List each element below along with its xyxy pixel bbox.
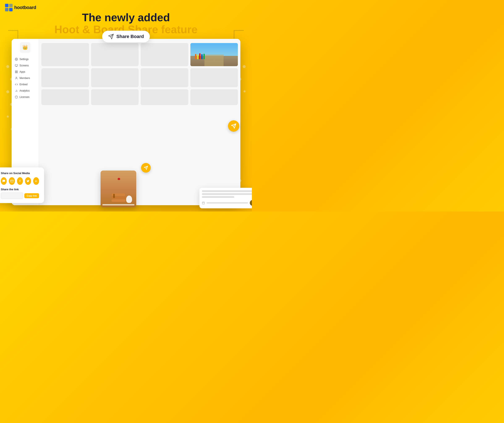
circle-info-icon (15, 96, 18, 98)
svg-rect-29 (202, 202, 205, 204)
second-content-card (199, 188, 252, 208)
social-icons-row: f in (1, 177, 39, 185)
card-placeholder-10 (141, 89, 188, 105)
monitor-icon (15, 64, 18, 67)
share-twitter-button[interactable] (25, 177, 31, 185)
brand-name: hootboard (14, 5, 36, 10)
social-share-card: Share on Social Media f in (0, 167, 44, 203)
card-cycling-image (190, 43, 238, 66)
sidebar-item-settings[interactable]: Settings (12, 56, 39, 62)
svg-point-10 (16, 59, 17, 60)
send-icon (108, 34, 114, 39)
card-placeholder-3 (141, 43, 188, 66)
card-placeholder-6 (141, 68, 188, 87)
card-bottom-row (202, 200, 252, 206)
content-line-2 (202, 193, 252, 195)
card-placeholder-11 (190, 89, 238, 105)
svg-rect-11 (15, 65, 18, 66)
chart-icon (15, 89, 18, 92)
float-share-button-large[interactable] (228, 120, 239, 132)
code-icon (15, 83, 18, 86)
svg-rect-16 (15, 72, 16, 73)
svg-rect-0 (5, 4, 8, 7)
share-board-label: Share Board (116, 34, 144, 39)
share-link-title: Share the link (1, 188, 39, 191)
sidebar-licenses-label: Licenses (19, 96, 29, 98)
sidebar-analytics-label: Analytics (19, 89, 30, 92)
card-placeholder-1 (41, 43, 89, 66)
copy-link-button[interactable]: Copy link (24, 193, 39, 198)
share-message-button[interactable] (1, 177, 7, 185)
share-link-row: Copy link (1, 193, 39, 199)
share-facebook-button[interactable]: f (17, 177, 23, 185)
card-placeholder-4 (41, 68, 89, 87)
sidebar-settings-label: Settings (19, 58, 29, 61)
facebook-icon: f (19, 179, 21, 183)
svg-rect-2 (9, 4, 12, 7)
share-email-button[interactable] (9, 177, 15, 185)
logo: hootboard (5, 4, 36, 11)
sidebar-members-label: Members (19, 77, 30, 80)
sidebar-item-apps[interactable]: Apps (12, 69, 39, 75)
person-icon (15, 77, 18, 80)
sidebar-item-analytics[interactable]: Analytics (12, 88, 39, 94)
svg-point-18 (16, 77, 17, 78)
send-icon-large (231, 123, 236, 129)
gear-icon (15, 58, 18, 61)
svg-rect-3 (9, 8, 12, 11)
hootboard-logo-icon (5, 4, 12, 11)
avatar (250, 200, 252, 206)
share-link-input[interactable] (1, 193, 23, 199)
sidebar-crown: 👑 (20, 42, 30, 53)
headline-line1: The newly added (0, 12, 252, 24)
content-line-1 (202, 190, 252, 192)
twitter-icon (26, 180, 29, 182)
float-share-button-small[interactable] (141, 163, 151, 173)
social-share-title: Share on Social Media (1, 172, 39, 175)
share-linkedin-button[interactable]: in (33, 177, 39, 185)
card-placeholder-5 (91, 68, 139, 87)
content-line-3 (202, 196, 234, 198)
grid-icon (15, 70, 18, 73)
svg-rect-17 (17, 72, 18, 73)
send-icon-small (144, 166, 148, 170)
main-content (39, 39, 240, 205)
sidebar-item-licenses[interactable]: Licenses (12, 94, 39, 100)
card-placeholder-7 (190, 68, 238, 87)
sidebar-item-screens[interactable]: Screens (12, 62, 39, 69)
card-placeholder-8 (41, 89, 89, 105)
message-icon (2, 179, 6, 183)
svg-rect-14 (15, 71, 16, 72)
food-image-card (101, 170, 136, 207)
sidebar-item-members[interactable]: Members (12, 75, 39, 81)
card-placeholder-9 (91, 89, 139, 105)
card-placeholder-2 (91, 43, 139, 66)
date-line (207, 202, 248, 204)
sidebar-apps-label: Apps (19, 70, 25, 73)
card-calendar-icon (202, 201, 205, 204)
email-icon (10, 179, 14, 183)
sidebar-screens-label: Screens (19, 64, 29, 67)
linkedin-icon: in (35, 180, 37, 182)
sidebar-item-embed[interactable]: Embed (12, 81, 39, 88)
svg-rect-1 (5, 8, 8, 11)
sidebar-embed-label: Embed (19, 83, 28, 86)
svg-rect-15 (17, 71, 18, 72)
